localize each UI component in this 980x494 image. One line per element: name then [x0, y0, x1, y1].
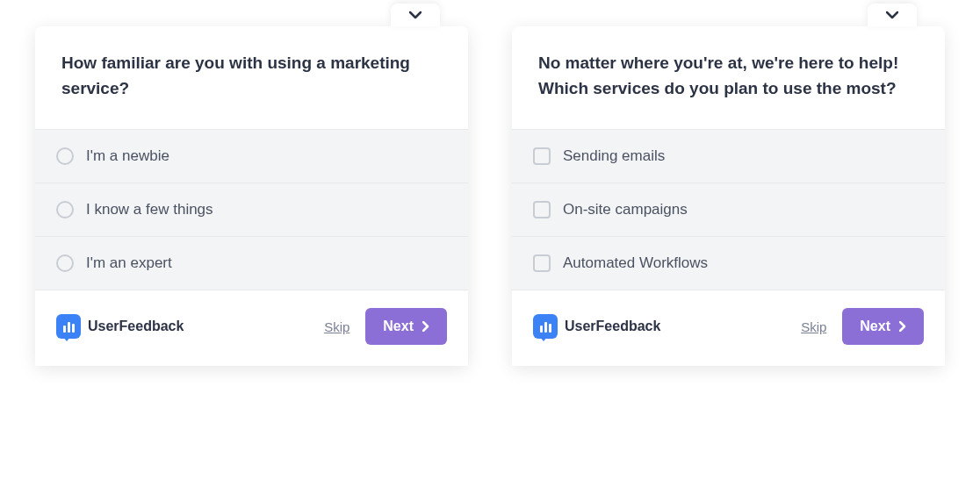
- question-header: How familiar are you with using a market…: [35, 26, 468, 129]
- option-label: Sending emails: [563, 147, 665, 165]
- option-row[interactable]: On-site campaigns: [512, 183, 945, 237]
- option-row[interactable]: Sending emails: [512, 130, 945, 183]
- option-row[interactable]: I'm an expert: [35, 237, 468, 290]
- radio-icon: [56, 147, 74, 165]
- next-button[interactable]: Next: [842, 308, 924, 345]
- checkbox-icon: [533, 254, 551, 272]
- next-button[interactable]: Next: [365, 308, 447, 345]
- survey-card: How familiar are you with using a market…: [35, 26, 468, 366]
- skip-link[interactable]: Skip: [324, 319, 349, 334]
- radio-icon: [56, 254, 74, 272]
- next-button-label: Next: [860, 319, 890, 334]
- card-footer: UserFeedback Skip Next: [512, 290, 945, 366]
- option-row[interactable]: I'm a newbie: [35, 130, 468, 183]
- collapse-tab[interactable]: [391, 4, 440, 26]
- collapse-tab[interactable]: [868, 4, 917, 26]
- question-text: How familiar are you with using a market…: [61, 51, 442, 101]
- brand-name: UserFeedback: [565, 319, 660, 334]
- brand: UserFeedback: [56, 314, 184, 339]
- footer-actions: Skip Next: [324, 308, 447, 345]
- survey-container: How familiar are you with using a market…: [0, 0, 980, 392]
- question-text: No matter where you're at, we're here to…: [538, 51, 919, 101]
- skip-link[interactable]: Skip: [801, 319, 826, 334]
- option-label: I know a few things: [86, 201, 213, 218]
- brand-name: UserFeedback: [88, 319, 184, 334]
- chevron-right-icon: [899, 321, 906, 332]
- option-label: I'm an expert: [86, 254, 172, 272]
- question-header: No matter where you're at, we're here to…: [512, 26, 945, 129]
- brand-icon: [533, 314, 558, 339]
- card-footer: UserFeedback Skip Next: [35, 290, 468, 366]
- checkbox-icon: [533, 147, 551, 165]
- option-row[interactable]: I know a few things: [35, 183, 468, 237]
- checkbox-icon: [533, 201, 551, 218]
- option-label: I'm a newbie: [86, 147, 169, 165]
- survey-card: No matter where you're at, we're here to…: [512, 26, 945, 366]
- chevron-down-icon: [886, 11, 898, 19]
- option-label: On-site campaigns: [563, 201, 688, 218]
- chevron-down-icon: [409, 11, 422, 19]
- option-label: Automated Workflows: [563, 254, 708, 272]
- chevron-right-icon: [422, 321, 429, 332]
- options-area: Sending emails On-site campaigns Automat…: [512, 129, 945, 290]
- brand-icon: [56, 314, 81, 339]
- brand: UserFeedback: [533, 314, 660, 339]
- option-row[interactable]: Automated Workflows: [512, 237, 945, 290]
- next-button-label: Next: [383, 319, 414, 334]
- footer-actions: Skip Next: [801, 308, 924, 345]
- radio-icon: [56, 201, 74, 218]
- options-area: I'm a newbie I know a few things I'm an …: [35, 129, 468, 290]
